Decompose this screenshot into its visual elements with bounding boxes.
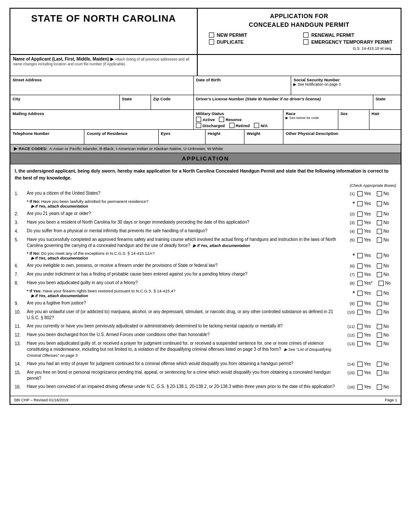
- q6-no[interactable]: No: [377, 263, 389, 269]
- q8-yes-cb[interactable]: [357, 281, 363, 286]
- q8-no-cb[interactable]: [379, 281, 384, 286]
- state-input[interactable]: [122, 101, 148, 108]
- q8-yes[interactable]: Yes*: [357, 280, 372, 286]
- q7-no-cb[interactable]: [377, 272, 382, 277]
- permit-new-checkbox[interactable]: [209, 32, 214, 38]
- q9-no[interactable]: No: [377, 301, 389, 307]
- military-active[interactable]: Active: [196, 117, 215, 122]
- q2-yes-cb[interactable]: [357, 212, 363, 217]
- ssn-input[interactable]: [293, 87, 398, 93]
- q7-yes[interactable]: Yes: [357, 272, 371, 278]
- q7-no[interactable]: No: [377, 272, 389, 278]
- mailing-input[interactable]: [13, 116, 191, 123]
- q1-sub-no-checkbox[interactable]: [377, 201, 382, 206]
- q10-no[interactable]: No: [377, 309, 389, 315]
- q15-yes[interactable]: Yes: [357, 370, 371, 376]
- q12-no-cb[interactable]: [377, 333, 382, 338]
- q12-yes[interactable]: Yes: [357, 332, 371, 338]
- q2-yes[interactable]: Yes: [357, 211, 371, 217]
- military-discharged-checkbox[interactable]: [196, 123, 201, 128]
- eyes-input[interactable]: [161, 136, 203, 143]
- military-active-checkbox[interactable]: [196, 117, 201, 122]
- q6-yes[interactable]: Yes: [357, 263, 371, 269]
- q1-sub-no[interactable]: No: [377, 201, 389, 206]
- permit-renewal[interactable]: RENEWAL PERMIT: [303, 32, 394, 38]
- permit-new[interactable]: NEW PERMIT: [209, 32, 299, 38]
- q4-yes-cb[interactable]: [357, 229, 363, 234]
- q15-no-cb[interactable]: [377, 370, 382, 375]
- q11-no[interactable]: No: [377, 324, 389, 330]
- q10-no-cb[interactable]: [377, 310, 382, 315]
- dl-input[interactable]: [196, 101, 371, 108]
- q1-sub-yes[interactable]: Yes: [357, 201, 371, 206]
- q11-no-cb[interactable]: [377, 324, 382, 329]
- q16-yes[interactable]: Yes: [357, 384, 371, 390]
- q13-no[interactable]: No: [377, 341, 389, 347]
- q4-no-cb[interactable]: [377, 229, 382, 234]
- military-reserve[interactable]: Reserve: [219, 117, 241, 122]
- q4-no[interactable]: No: [377, 228, 389, 234]
- q14-no-cb[interactable]: [377, 362, 382, 367]
- weight-input[interactable]: [247, 136, 281, 143]
- q5-yes-cb[interactable]: [357, 237, 363, 243]
- permit-duplicate-checkbox[interactable]: [209, 39, 214, 45]
- military-reserve-checkbox[interactable]: [219, 117, 224, 122]
- name-input[interactable]: [13, 66, 194, 74]
- q1-no[interactable]: No: [377, 191, 389, 197]
- q14-yes[interactable]: Yes: [357, 361, 371, 367]
- q3-yes[interactable]: Yes: [357, 220, 371, 226]
- q15-yes-cb[interactable]: [357, 370, 363, 375]
- q16-no[interactable]: No: [377, 384, 389, 390]
- q1-no-checkbox[interactable]: [377, 191, 382, 196]
- q13-no-cb[interactable]: [377, 341, 382, 346]
- q11-yes[interactable]: Yes: [357, 324, 371, 330]
- county-input[interactable]: [87, 136, 156, 143]
- sex-input[interactable]: [340, 116, 367, 123]
- q3-no[interactable]: No: [377, 220, 389, 226]
- q9-yes-cb[interactable]: [357, 301, 363, 306]
- phone-input[interactable]: [13, 136, 82, 143]
- q5-sub-yes-cb[interactable]: [357, 253, 363, 258]
- military-na[interactable]: N/A: [254, 123, 267, 128]
- q16-no-cb[interactable]: [377, 385, 382, 390]
- q5-sub-no[interactable]: No: [377, 253, 389, 258]
- q13-yes[interactable]: Yes: [357, 341, 371, 347]
- street-input[interactable]: [13, 82, 191, 89]
- q4-yes[interactable]: Yes: [357, 228, 371, 234]
- q15-no[interactable]: No: [377, 370, 389, 376]
- q6-no-cb[interactable]: [377, 263, 382, 269]
- q12-yes-cb[interactable]: [357, 333, 363, 338]
- q5-sub-no-cb[interactable]: [377, 253, 382, 258]
- hair-input[interactable]: [372, 116, 398, 123]
- dl-state-input[interactable]: [376, 101, 398, 108]
- q1-sub-yes-checkbox[interactable]: [357, 201, 363, 206]
- q8-no[interactable]: No: [379, 280, 391, 286]
- permit-emergency-checkbox[interactable]: [303, 39, 308, 45]
- q5-no-cb[interactable]: [377, 237, 382, 243]
- q1-yes[interactable]: Yes: [357, 191, 371, 197]
- q5-yes[interactable]: Yes: [357, 237, 371, 243]
- military-retired-checkbox[interactable]: [229, 123, 234, 128]
- q9-no-cb[interactable]: [377, 301, 382, 306]
- permit-renewal-checkbox[interactable]: [303, 32, 308, 38]
- q12-no[interactable]: No: [377, 332, 389, 338]
- zip-input[interactable]: [153, 101, 191, 108]
- q8-sub-yes-cb[interactable]: [357, 291, 363, 296]
- height-input[interactable]: [208, 136, 242, 143]
- q5-no[interactable]: No: [377, 237, 389, 243]
- q11-yes-cb[interactable]: [357, 324, 363, 329]
- q10-yes[interactable]: Yes: [357, 309, 371, 315]
- military-retired[interactable]: Retired: [229, 123, 250, 128]
- q16-yes-cb[interactable]: [357, 385, 363, 390]
- q6-yes-cb[interactable]: [357, 263, 363, 269]
- q14-no[interactable]: No: [377, 361, 389, 367]
- q8-sub-yes[interactable]: Yes: [357, 291, 371, 296]
- dob-input[interactable]: [196, 82, 289, 89]
- q1-yes-checkbox[interactable]: [357, 191, 363, 196]
- q9-yes[interactable]: Yes: [357, 301, 371, 307]
- military-na-checkbox[interactable]: [254, 123, 259, 128]
- q2-no-cb[interactable]: [377, 212, 382, 217]
- q7-yes-cb[interactable]: [357, 272, 363, 277]
- q8-sub-no-cb[interactable]: [377, 291, 382, 296]
- city-input[interactable]: [13, 101, 117, 108]
